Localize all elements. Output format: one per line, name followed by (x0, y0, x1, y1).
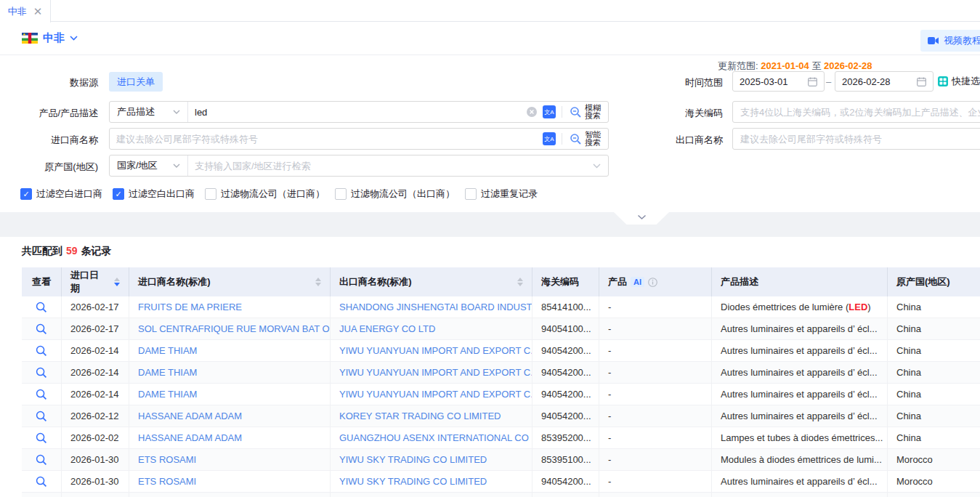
sort-icon[interactable] (517, 278, 523, 286)
exporter-link[interactable]: JUA ENERGY CO LTD (331, 318, 532, 339)
origin-cell: China (888, 362, 980, 383)
view-magnifier-icon (36, 476, 47, 488)
exporter-link[interactable]: GUANGZHOU ASENX INTERNATIONAL CO ... (331, 427, 532, 448)
datasource-import-declaration-button[interactable]: 进口关单 (109, 72, 163, 92)
checkbox-icon[interactable] (335, 188, 347, 200)
magnifier-icon (570, 106, 582, 118)
info-icon[interactable] (648, 278, 657, 287)
tab-bar: 中非 ✕ (0, 0, 980, 22)
filter-checkbox[interactable]: 过滤重复记录 (465, 187, 538, 201)
exporter-search-input[interactable] (733, 134, 980, 145)
importer-link[interactable]: DAME THIAM (129, 340, 331, 361)
view-button[interactable] (22, 427, 62, 448)
importer-link[interactable]: SOL CENTRAFRIQUE RUE MORVAN BAT OF... (129, 318, 331, 339)
update-range-to: 2026-02-28 (824, 60, 872, 71)
country-selector[interactable]: 中非 (22, 31, 78, 45)
smart-search-button[interactable]: 智能搜索 (565, 131, 608, 147)
import-date-cell: 2026-02-14 (62, 362, 129, 383)
exporter-link[interactable]: KOREY STAR TRADING CO LIMITED (331, 405, 532, 427)
highlighted-keyword: LED (849, 302, 867, 312)
view-magnifier-icon (36, 367, 47, 379)
view-button[interactable] (22, 362, 62, 383)
view-button[interactable] (22, 318, 62, 339)
video-tutorial-button[interactable]: 视频教程 (920, 30, 980, 52)
chevron-down-icon[interactable] (593, 163, 601, 169)
origin-cell: China (888, 427, 980, 448)
product-desc-cell: Autres luminaires et appareils d’ écl... (712, 362, 888, 383)
hs-code-field (732, 101, 980, 123)
importer-link[interactable]: ETS ROSAMI (129, 449, 331, 470)
table-row: 2026-02-17FRUITS DE MA PRIERESHANDONG JI… (22, 296, 980, 318)
filter-checkbox[interactable]: 过滤物流公司（进口商） (205, 187, 325, 201)
divider (562, 133, 562, 145)
chevron-down-icon (173, 163, 180, 168)
checkbox-label: 过滤物流公司（出口商） (351, 187, 455, 201)
exporter-link[interactable] (331, 493, 532, 497)
col-importer[interactable]: 进口商名称(标准) (129, 267, 331, 296)
tab-zhongfei[interactable]: 中非 ✕ (0, 0, 51, 23)
table-row: 2026-02-02HASSANE ADAM ADAMGUANGZHOU ASE… (22, 427, 980, 449)
product-search-input[interactable] (188, 107, 524, 118)
view-button[interactable] (22, 296, 62, 318)
hs-code-input[interactable] (733, 107, 980, 118)
importer-link[interactable]: FRUITS DE MA PRIERE (129, 296, 331, 318)
view-button[interactable] (22, 340, 62, 361)
quick-select-button[interactable]: 快捷选 (938, 75, 980, 88)
importer-link[interactable]: DAME THIAM (129, 384, 331, 405)
date-from-input[interactable]: 2025-03-01 (732, 71, 825, 92)
view-button[interactable] (22, 405, 62, 427)
checkbox-icon[interactable] (205, 188, 216, 200)
date-to-input[interactable]: 2026-02-28 (835, 71, 934, 92)
importer-search-input[interactable] (110, 134, 540, 145)
col-import-date[interactable]: 进口日期 (62, 267, 129, 296)
filter-checkbox[interactable]: ✓过滤空白进口商 (20, 187, 102, 201)
view-button[interactable] (22, 449, 62, 470)
checkbox-icon[interactable]: ✓ (20, 188, 32, 200)
result-count: 59 (66, 245, 78, 256)
results-summary: 共匹配到59条记录 (22, 245, 112, 258)
exporter-link[interactable]: YIWU YUANYUAN IMPORT AND EXPORT C... (331, 340, 532, 361)
filter-checkbox[interactable]: 过滤物流公司（出口商） (335, 187, 455, 201)
col-exporter[interactable]: 出口商名称(标准) (331, 267, 532, 296)
importer-link[interactable]: ETS ROSAMI (129, 471, 331, 492)
collapse-panel-button[interactable] (614, 212, 669, 225)
importer-link[interactable] (129, 493, 331, 497)
origin-type-select[interactable]: 国家/地区 (110, 155, 188, 176)
exporter-link[interactable]: YIWU SKY TRADING CO LIMITED (331, 471, 532, 492)
table-body: 2026-02-17FRUITS DE MA PRIERESHANDONG JI… (22, 296, 980, 497)
translate-icon[interactable]: 文A (543, 105, 556, 118)
importer-link[interactable]: DAME THIAM (129, 362, 331, 383)
sort-icon[interactable] (114, 278, 120, 286)
translate-icon[interactable]: 文A (543, 132, 556, 145)
tab-close-icon[interactable]: ✕ (33, 6, 43, 17)
calendar-icon (808, 77, 817, 86)
exporter-link[interactable]: SHANDONG JINSHENGTAI BOARD INDUST... (331, 296, 532, 318)
filter-checkbox[interactable]: ✓过滤空白出口商 (113, 187, 195, 201)
fuzzy-search-button[interactable]: 模糊搜索 (565, 104, 608, 120)
table-row: 2026-02-17SOL CENTRAFRIQUE RUE MORVAN BA… (22, 318, 980, 340)
filter-checkbox-row: ✓过滤空白进口商✓过滤空白出口商过滤物流公司（进口商）过滤物流公司（出口商）过滤… (20, 187, 538, 201)
origin-search-input[interactable] (188, 161, 590, 171)
video-camera-icon (928, 36, 939, 45)
origin-cell: China (888, 340, 980, 361)
hs-code-cell: 94054100... (532, 318, 599, 339)
sort-icon[interactable] (315, 278, 321, 286)
product-label: 产品/产品描述 (0, 107, 98, 120)
car-flag-icon (22, 33, 38, 44)
checkbox-icon[interactable] (465, 188, 477, 200)
view-button[interactable] (22, 493, 62, 497)
exporter-link[interactable]: YIWU YUANYUAN IMPORT AND EXPORT C... (331, 362, 532, 383)
view-button[interactable] (22, 471, 62, 492)
view-button[interactable] (22, 384, 62, 405)
product-type-select[interactable]: 产品描述 (110, 102, 188, 122)
checkbox-icon[interactable]: ✓ (113, 188, 124, 200)
exporter-link[interactable]: YIWU YUANYUAN IMPORT AND EXPORT C... (331, 384, 532, 405)
importer-link[interactable]: HASSANE ADAM ADAM (129, 427, 331, 448)
exporter-label: 出口商名称 (625, 134, 723, 147)
product-cell: - (599, 340, 712, 361)
import-date-cell (62, 493, 129, 497)
exporter-link[interactable]: YIWU SKY TRADING CO LIMITED (331, 449, 532, 470)
import-date-cell: 2026-02-14 (62, 384, 129, 405)
importer-link[interactable]: HASSANE ADAM ADAM (129, 405, 331, 427)
clear-input-icon[interactable] (527, 107, 537, 117)
